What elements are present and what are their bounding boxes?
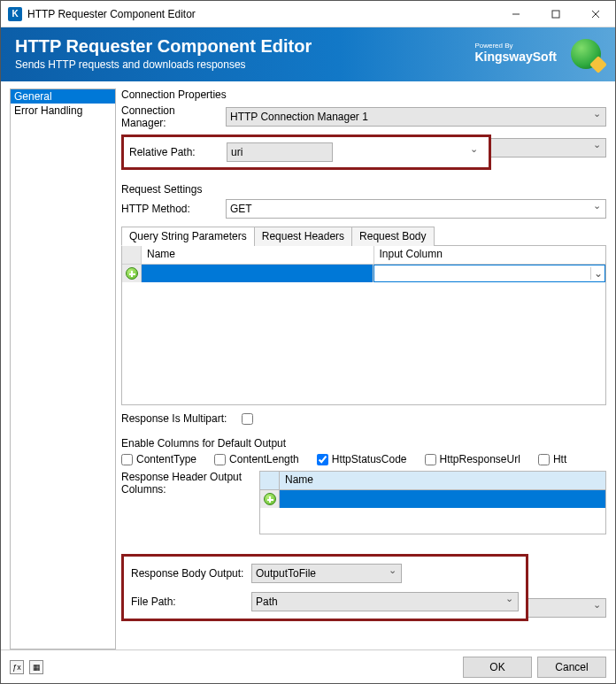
cancel-button[interactable]: Cancel [537, 657, 606, 678]
add-row-icon[interactable] [126, 267, 138, 280]
response-body-output-select[interactable]: OutputToFile [251, 564, 402, 583]
chk-http-response-url[interactable] [425, 454, 436, 465]
connection-properties-section: Connection Properties Connection Manager… [121, 88, 606, 160]
add-header-icon[interactable] [264, 493, 276, 505]
tab-request-headers[interactable]: Request Headers [254, 227, 352, 246]
label-file-path: File Path: [131, 596, 246, 608]
minimize-button[interactable] [496, 1, 535, 27]
section-title-request: Request Settings [121, 183, 606, 196]
relative-path-select[interactable]: uri [227, 142, 333, 162]
brand-logo: Powered By KingswaySoft [474, 42, 557, 64]
response-header-grid[interactable]: Name [259, 471, 606, 534]
chk-content-length[interactable] [214, 454, 226, 465]
svg-rect-1 [552, 11, 559, 18]
response-multipart-checkbox[interactable] [242, 413, 253, 425]
page-subtitle: Sends HTTP requests and downloads respon… [15, 58, 474, 71]
label-response-body-output: Response Body Output: [131, 567, 246, 580]
chk-http-status[interactable] [317, 454, 328, 465]
label-relative-path: Relative Path: [129, 146, 221, 158]
chk-htt[interactable] [538, 454, 550, 465]
connection-manager-select[interactable]: HTTP Connection Manager 1 [226, 107, 606, 127]
footer: ƒx ▦ OK Cancel [1, 649, 615, 683]
col-input-column: Input Column [374, 246, 606, 264]
request-settings-section: Request Settings HTTP Method: GET Query … [121, 183, 606, 425]
file-path-select[interactable]: Path [251, 592, 519, 611]
sidebar-item-error-handling[interactable]: Error Handling [11, 104, 115, 118]
maximize-button[interactable] [535, 1, 575, 27]
grid-cell-input-column[interactable]: ⌄ [373, 265, 606, 282]
window-title: HTTP Requester Component Editor [27, 8, 496, 20]
tab-query-string[interactable]: Query String Parameters [121, 227, 255, 246]
grid-tool-icon[interactable]: ▦ [29, 660, 43, 674]
sidebar-item-general[interactable]: General [11, 89, 115, 104]
header-banner: HTTP Requester Component Editor Sends HT… [1, 27, 615, 81]
titlebar: K HTTP Requester Component Editor [1, 1, 615, 27]
default-output-section: Enable Columns for Default Output Conten… [121, 437, 606, 534]
ok-button[interactable]: OK [463, 657, 532, 678]
col-name: Name [142, 246, 374, 264]
globe-icon [571, 39, 601, 69]
grid-cell-name[interactable] [142, 265, 373, 282]
http-method-select[interactable]: GET [226, 199, 606, 219]
sidebar: General Error Handling [10, 88, 116, 649]
query-string-grid[interactable]: Name Input Column ⌄ [121, 246, 606, 405]
app-icon: K [8, 7, 22, 21]
tab-request-body[interactable]: Request Body [351, 227, 434, 246]
section-title-defaults: Enable Columns for Default Output [121, 437, 606, 450]
section-title-connection: Connection Properties [121, 88, 606, 101]
close-button[interactable] [575, 1, 615, 27]
label-response-header-cols: Response Header Output Columns: [121, 471, 254, 496]
chk-content-type[interactable] [121, 454, 133, 465]
chevron-down-icon[interactable]: ⌄ [590, 267, 604, 280]
page-title: HTTP Requester Component Editor [15, 36, 474, 57]
fx-icon[interactable]: ƒx [10, 660, 24, 674]
label-connection-manager: Connection Manager: [121, 104, 220, 129]
label-response-multipart: Response Is Multipart: [121, 412, 236, 425]
response-body-output-section: Response Body Output: OutputToFile File … [121, 554, 528, 621]
label-http-method: HTTP Method: [121, 203, 220, 215]
